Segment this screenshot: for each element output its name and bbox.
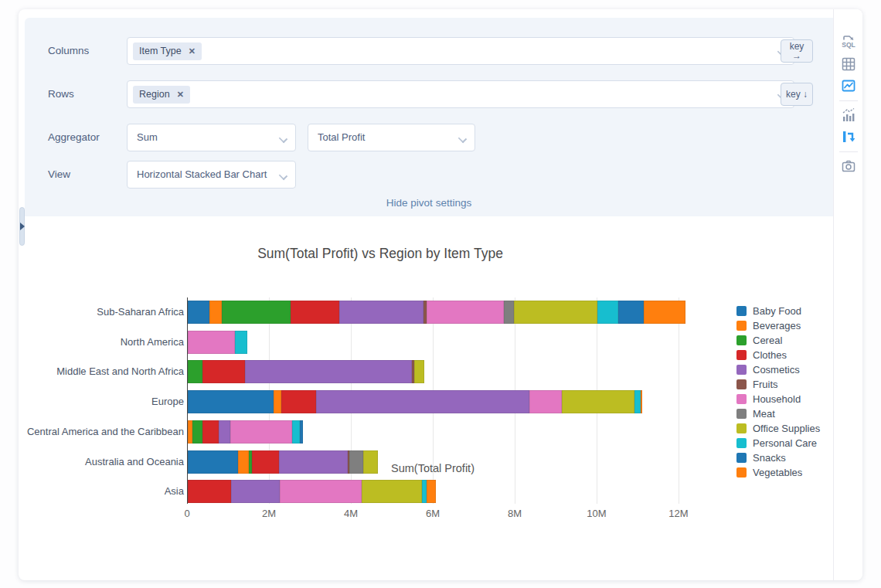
bar-segment[interactable] [562,390,634,413]
stacked-bar [188,331,247,354]
bar-segment[interactable] [618,301,644,324]
bar-row: Asia [25,480,751,503]
rows-tag[interactable]: Region✕ [133,86,190,104]
side-toolbar: SQL [833,9,862,580]
bar-segment[interactable] [188,360,202,383]
legend-item[interactable]: Cosmetics [736,362,820,377]
aggregator-field-select[interactable]: Total Profit [308,124,475,151]
table-icon[interactable] [840,56,857,73]
y-category-label: Europe [25,390,184,413]
stacked-bar [188,360,424,383]
legend-item[interactable]: Cereal [736,333,820,348]
bar-segment[interactable] [188,390,274,413]
columns-label: Columns [48,37,124,65]
bar-segment[interactable] [291,301,339,324]
y-category-label: Central America and the Caribbean [25,420,184,444]
pivot-app-card: Columns Item Type✕ key → Rows Region✕ ke… [19,9,862,580]
bar-segment[interactable] [202,360,245,383]
bar-segment[interactable] [316,390,529,413]
bar-segment[interactable] [514,301,597,324]
chevron-right-icon [20,223,25,230]
bar-segment[interactable] [188,331,235,354]
sql-export-icon[interactable]: SQL [840,32,857,49]
bar-segment[interactable] [188,301,209,324]
legend-item[interactable]: Fruits [736,377,820,392]
legend-swatch [736,453,747,463]
chevron-down-icon [459,135,466,142]
bar-segment[interactable] [222,301,291,324]
legend-swatch [736,321,747,331]
bar-segment[interactable] [362,480,422,503]
bar-segment[interactable] [427,301,503,324]
bar-segment[interactable] [504,301,515,324]
bar-segment[interactable] [274,390,281,413]
stats-chart-icon[interactable] [840,107,857,124]
bar-segment[interactable] [634,390,641,413]
y-category-label: Asia [25,480,184,503]
bar-segment[interactable] [219,420,230,444]
bar-segment[interactable] [292,420,300,444]
bar-segment[interactable] [597,301,618,324]
columns-tag[interactable]: Item Type✕ [133,42,202,60]
legend-item[interactable]: Clothes [736,348,820,362]
legend-item[interactable]: Snacks [736,450,820,465]
legend-item[interactable]: Personal Care [736,436,820,450]
rows-label: Rows [48,80,124,108]
bar-segment[interactable] [231,480,280,503]
bar-row: Central America and the Caribbean [25,420,751,444]
bar-segment[interactable] [422,480,427,503]
aggregator-label: Aggregator [48,124,124,151]
bar-segment[interactable] [427,480,435,503]
legend-swatch [736,394,747,404]
legend-label: Personal Care [753,437,817,449]
bar-segment[interactable] [414,360,424,383]
x-tick-label: 4M [324,508,378,519]
bar-segment[interactable] [192,420,202,444]
legend-swatch [736,365,747,375]
tag-close-icon[interactable]: ✕ [189,42,196,60]
tag-close-icon[interactable]: ✕ [177,86,184,104]
rows-select[interactable]: Region✕ [127,80,794,108]
bar-segment[interactable] [300,420,303,444]
legend-label: Cosmetics [753,364,800,376]
view-select[interactable]: Horizontal Stacked Bar Chart [127,161,296,189]
bar-segment[interactable] [529,390,562,413]
legend-item[interactable]: Beverages [736,318,820,333]
key-columns-button[interactable]: key → [781,39,813,63]
collapse-settings-handle[interactable] [19,207,25,246]
legend-item[interactable]: Meat [736,406,820,421]
bar-segment[interactable] [245,360,412,383]
legend-label: Cereal [753,335,782,346]
bar-segment[interactable] [209,301,222,324]
bar-segment[interactable] [281,390,317,413]
stacked-bar [188,480,436,503]
hide-pivot-settings-link[interactable]: Hide pivot settings [25,197,833,209]
legend-item[interactable]: Baby Food [736,304,820,318]
key-rows-button[interactable]: key ↓ [781,83,813,106]
chart-image-icon[interactable] [840,77,857,94]
columns-select[interactable]: Item Type✕ [127,37,794,65]
y-category-label: Sub-Saharan Africa [25,301,184,324]
bar-segment[interactable] [188,480,231,503]
y-category-label: North America [25,331,184,354]
x-tick-label: 8M [488,508,542,519]
pivot-icon[interactable] [840,128,857,145]
bar-segment[interactable] [235,331,247,354]
toolbar-divider [839,151,858,152]
x-tick-label: 6M [406,508,460,519]
bar-segment[interactable] [230,420,293,444]
bar-segment[interactable] [280,480,362,503]
bar-segment[interactable] [644,301,685,324]
bar-segment[interactable] [641,390,642,413]
legend-item[interactable]: Vegetables [736,465,820,480]
bar-segment[interactable] [202,420,219,444]
bar-segment[interactable] [339,301,423,324]
x-tick-label: 0 [160,508,214,519]
camera-icon[interactable] [840,158,857,175]
legend-label: Vegetables [753,467,802,478]
x-tick-label: 2M [242,508,296,519]
aggregator-select[interactable]: Sum [127,124,296,151]
y-category-label: Australia and Oceania [25,450,184,474]
legend-item[interactable]: Office Supplies [736,421,820,436]
legend-item[interactable]: Household [736,392,820,406]
